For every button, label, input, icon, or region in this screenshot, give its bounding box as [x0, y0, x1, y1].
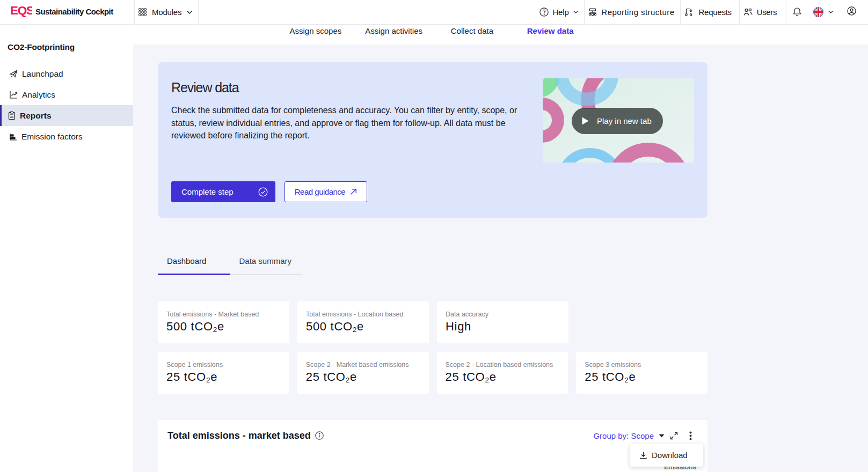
svg-text:EQS: EQS	[11, 5, 32, 17]
